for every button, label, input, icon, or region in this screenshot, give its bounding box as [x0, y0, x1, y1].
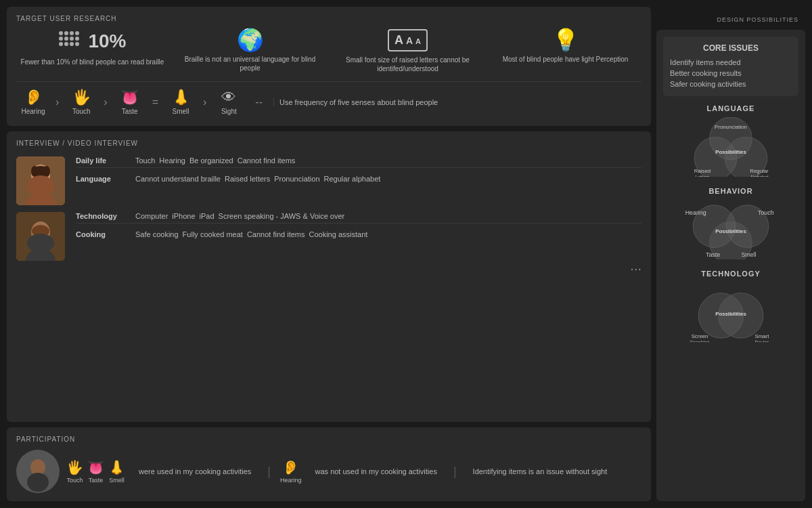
research-pct-label: 10%: [88, 30, 126, 52]
design-section: CORE ISSUES Identify items needed Better…: [656, 30, 805, 501]
svg-text:Smell: Smell: [741, 251, 756, 258]
svg-point-17: [43, 166, 50, 177]
interview-grid: Daily life Touch Hearing Be organized Ca…: [16, 154, 641, 205]
research-text-2: Braille is not an universal language for…: [174, 55, 326, 72]
avatar-col-2: [16, 209, 70, 261]
language-venn: LANGUAGE Pronunciation Raised Letters Re…: [663, 104, 798, 177]
svg-text:Device: Device: [755, 340, 769, 342]
behavior-title: BEHAVIOR: [663, 187, 798, 195]
technology-tags: Computer iPhone iPad Screen speaking - J…: [135, 212, 344, 220]
svg-text:Possibilities: Possibilities: [715, 311, 746, 317]
sense-dash: --: [255, 96, 263, 108]
technology-venn-container: Screen Speaking Smart Device Possibiliti…: [663, 282, 798, 343]
svg-point-16: [31, 166, 38, 177]
right-header: DESIGN POSSIBILITIES: [656, 7, 805, 30]
sense-sep-1: ›: [55, 96, 59, 108]
research-title: TARGET USER RESEARCH: [16, 15, 641, 22]
ear-icon-p: 👂: [282, 459, 299, 475]
technology-title: TECHNOLOGY: [663, 270, 798, 278]
svg-text:Screen: Screen: [692, 333, 708, 339]
senses-description: Use frequency of five senses about blind…: [273, 98, 641, 106]
eye-icon: 👁: [221, 89, 236, 106]
research-grid: 10% Fewer than 10% of blind people can r…: [16, 29, 641, 73]
language-label: Language: [76, 175, 130, 183]
participation-smell-icon: 👃 Smell: [108, 459, 125, 484]
participation-row: 🖐 Touch 👅 Taste 👃 Smell were used in my …: [16, 450, 641, 493]
technology-venn: TECHNOLOGY Screen Speaking Smart Device …: [663, 270, 798, 343]
avatar-person3: [16, 450, 60, 493]
svg-text:Touch: Touch: [758, 209, 774, 216]
svg-text:Taste: Taste: [706, 251, 720, 258]
senses-row: 👂 Hearing › 🖐 Touch › 👅 Taste = 👃 Smell …: [16, 81, 641, 118]
interview-section: INTERVIEW / VIDEO INTERVIEW: [7, 131, 651, 422]
svg-point-5: [64, 42, 68, 46]
svg-point-11: [75, 42, 79, 46]
svg-point-0: [59, 31, 63, 35]
svg-point-8: [70, 42, 74, 46]
daily-life-label: Daily life: [76, 156, 130, 165]
research-section: TARGET USER RESEARCH 10% Fewer than 1: [7, 7, 651, 126]
avatar-col-1: [16, 154, 70, 205]
svg-text:Smart: Smart: [755, 333, 770, 339]
behavior-venn: BEHAVIOR Hearing Touch Taste Smell Possi…: [663, 187, 798, 260]
svg-point-2: [59, 42, 63, 46]
taste-icon: 👅: [120, 89, 139, 106]
svg-text:Possibilities: Possibilities: [715, 149, 746, 155]
nose-icon: 👃: [172, 89, 190, 106]
research-text-3: Small font size of raised letters cannot…: [332, 56, 484, 73]
cooking-row: Cooking Safe cooking Fully cooked meat C…: [76, 228, 641, 241]
daily-life-row: Daily life Touch Hearing Be organized Ca…: [76, 154, 641, 168]
svg-text:Letters: Letters: [696, 175, 710, 177]
globe-icon: 🌍: [237, 29, 264, 51]
svg-point-3: [64, 31, 68, 35]
core-issues-box: CORE ISSUES Identify items needed Better…: [663, 37, 798, 96]
used-senses-group: 🖐 Touch 👅 Taste 👃 Smell: [66, 459, 125, 484]
language-venn-container: Pronunciation Raised Letters Regular Alp…: [663, 117, 798, 177]
sense-sight: 👁 Sight: [212, 89, 246, 115]
cooking-label: Cooking: [76, 230, 130, 238]
used-text: were used in my cooking activities: [132, 467, 258, 475]
sense-taste: 👅 Taste: [113, 89, 147, 115]
research-text-1: Fewer than 10% of blind people can read …: [21, 58, 164, 66]
participation-hearing-icon: 👂 Hearing: [280, 459, 302, 484]
svg-point-4: [64, 37, 68, 41]
not-used-group: 👂 Hearing: [280, 459, 302, 484]
svg-text:Alphabet: Alphabet: [750, 175, 769, 177]
svg-text:Raised: Raised: [694, 168, 710, 174]
participation-note: Identifying items is an issue without si…: [466, 467, 614, 475]
core-item-2: Better cooking results: [670, 68, 792, 79]
hand-icon: 🖐: [72, 89, 91, 106]
daily-life-tags: Touch Hearing Be organized Cannot find i…: [135, 156, 295, 165]
technology-label: Technology: [76, 212, 130, 220]
svg-text:Speaking: Speaking: [690, 340, 710, 342]
interview-grid-2: Technology Computer iPhone iPad Screen s…: [16, 209, 641, 261]
svg-point-7: [70, 37, 74, 41]
research-item-braille-universal: 🌍 Braille is not an universal language f…: [174, 29, 326, 73]
core-item-1: Identify items needed: [670, 57, 792, 68]
avatar-person1: [16, 156, 65, 205]
data-rows-1: Daily life Touch Hearing Be organized Ca…: [76, 154, 641, 205]
technology-row: Technology Computer iPhone iPad Screen s…: [76, 209, 641, 224]
core-issues-title: CORE ISSUES: [670, 43, 792, 53]
core-item-3: Safer cooking activities: [670, 79, 792, 89]
research-item-braille-pct: 10% Fewer than 10% of blind people can r…: [16, 29, 168, 73]
research-item-font-size: A A A Small font size of raised letters …: [332, 29, 484, 73]
sense-sep-4: ›: [203, 96, 206, 108]
participation-touch-icon: 🖐 Touch: [66, 459, 83, 484]
svg-text:Regular: Regular: [750, 168, 769, 174]
sense-smell: 👃 Smell: [164, 89, 198, 115]
research-text-4: Most of blind people have light Percepti…: [503, 55, 629, 64]
participation-divider-2: |: [451, 465, 459, 479]
cooking-tags: Safe cooking Fully cooked meat Cannot fi…: [135, 230, 367, 238]
svg-text:Hearing: Hearing: [685, 209, 706, 216]
bulb-icon: 💡: [552, 29, 579, 51]
svg-point-6: [70, 31, 74, 35]
data-rows-2: Technology Computer iPhone iPad Screen s…: [76, 209, 641, 261]
right-panel: DESIGN POSSIBILITIES CORE ISSUES Identif…: [656, 7, 805, 501]
svg-text:Possibilities: Possibilities: [715, 228, 746, 234]
more-options-icon[interactable]: ···: [630, 261, 641, 276]
language-row: Language Cannot understand braille Raise…: [76, 172, 641, 186]
taste-icon-p: 👅: [87, 459, 104, 475]
participation-title: PARTICIPATION: [16, 436, 641, 443]
ear-icon: 👂: [24, 89, 43, 106]
